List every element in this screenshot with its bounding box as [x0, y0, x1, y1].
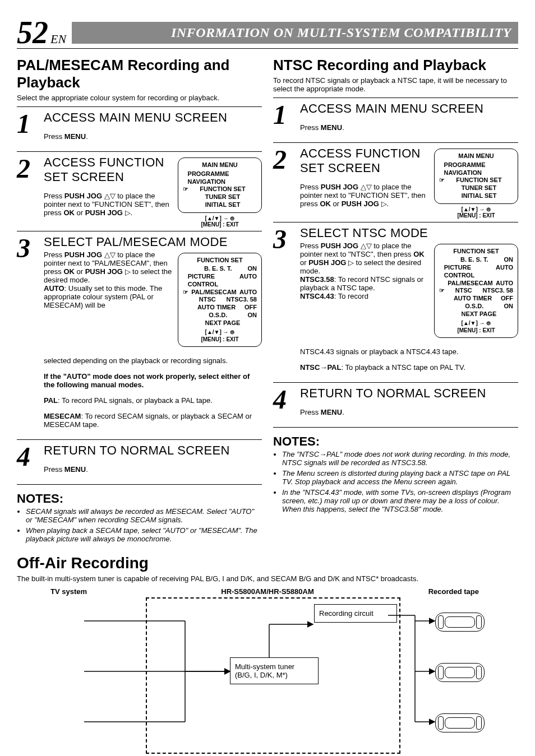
offair-diagram: TV system HR-S5800AM/HR-S5880AM Recorded… [17, 587, 518, 756]
offair-heading: Off-Air Recording [17, 554, 518, 572]
step-1: 1 ACCESS MAIN MENU SCREEN Press MENU. [273, 98, 518, 139]
step-text-n443b: NTSC4.43 signals or playback a NTSC4.43 … [300, 347, 518, 356]
ntsc-lead: To record NTSC signals or playback a NTS… [273, 76, 518, 93]
pointer-icon: ☞ [183, 289, 188, 296]
step-number: 3 [273, 226, 296, 379]
page-number-group: 52 EN [17, 17, 66, 48]
step-3: 3 SELECT NTSC MODE Press PUSH JOG △▽ to … [273, 222, 518, 379]
note-item: When playing back a SECAM tape, select "… [26, 526, 262, 543]
ntsc-heading: NTSC Recording and Playback [273, 57, 518, 74]
pal-heading: PAL/MESECAM Recording and Playback [17, 57, 262, 91]
step-number: 2 [273, 146, 296, 219]
osd-footer: [▲/▼] → ⊚ [MENU] : EXIT [178, 215, 262, 228]
osd-function-set: FUNCTION SET B. E. S. T.ON PICTURE CONTR… [434, 244, 518, 338]
notes-list: SECAM signals will always be recorded as… [26, 507, 262, 543]
step-text: Press MENU. [300, 123, 518, 132]
step-text: Press PUSH JOG △▽ to place the pointer n… [300, 242, 430, 341]
step-number: 1 [17, 110, 39, 148]
step-title: RETURN TO NORMAL SCREEN [44, 443, 262, 458]
osd-footer: [▲/▼] → ⊚[MENU] : EXIT [434, 206, 518, 219]
step-text: Press MENU. [44, 132, 262, 141]
step-text: Press PUSH JOG △▽ to place the pointer n… [44, 192, 173, 217]
step-2: 2 ACCESS FUNCTION SET SCREEN Press PUSH … [17, 151, 262, 228]
step-4: 4 RETURN TO NORMAL SCREEN Press MENU. [17, 439, 262, 481]
pal-lead: Select the appropriate colour system for… [17, 94, 262, 102]
step-text-tail: selected depending on the playback or re… [44, 356, 262, 365]
page-number: 52 [17, 17, 48, 48]
step-text-mesecam: MESECAM: To record SECAM signals, or pla… [44, 412, 262, 429]
offair-lead: The built-in multi-system tuner is capab… [17, 574, 518, 583]
note-item: In the "NTSC4.43" mode, with some TVs, o… [282, 488, 518, 513]
step-number: 3 [17, 235, 39, 437]
step-number: 1 [273, 101, 296, 139]
note-item: The "NTSC→PAL" mode does not work during… [282, 450, 518, 467]
osd-function-set: FUNCTION SET B. E. S. T.ON PICTURE CONTR… [178, 253, 262, 347]
step-text: Press PUSH JOG △▽ to place the pointer n… [300, 183, 430, 208]
osd-main-menu: MAIN MENU PROGRAMME NAVIGATION ☞FUNCTION… [434, 149, 518, 204]
section-banner: INFORMATION ON MULTI-SYSTEM COMPATIBILIT… [72, 22, 518, 44]
page-lang: EN [50, 32, 66, 47]
notes-heading: NOTES: [17, 491, 262, 506]
notes-heading: NOTES: [273, 434, 518, 449]
page-header: 52 EN INFORMATION ON MULTI-SYSTEM COMPAT… [17, 17, 518, 49]
step-title: SELECT NTSC MODE [300, 226, 518, 240]
step-2: 2 ACCESS FUNCTION SET SCREEN Press PUSH … [273, 142, 518, 219]
pointer-icon: ☞ [439, 177, 445, 184]
pointer-icon: ☞ [439, 287, 445, 295]
right-column: NTSC Recording and Playback To record NT… [273, 53, 518, 545]
step-number: 2 [17, 155, 39, 228]
step-text: Press MENU. [300, 408, 518, 416]
step-text: Press MENU. [44, 465, 262, 474]
step-title: RETURN TO NORMAL SCREEN [300, 386, 518, 401]
step-title: SELECT PAL/MESECAM MODE [44, 235, 262, 249]
notes-list: The "NTSC→PAL" mode does not work during… [282, 450, 518, 513]
step-text-warn: If the "AUTO" mode does not work properl… [44, 372, 262, 389]
step-text: Press PUSH JOG △▽ to place the pointer n… [44, 251, 173, 350]
step-3: 3 SELECT PAL/MESECAM MODE Press PUSH JOG… [17, 231, 262, 437]
diagram-arrows [17, 587, 518, 756]
step-1: 1 ACCESS MAIN MENU SCREEN Press MENU. [17, 106, 262, 148]
step-text-ntscpal: NTSC→PAL: To playback a NTSC tape on PAL… [300, 363, 518, 372]
pointer-icon: ☞ [183, 185, 188, 193]
step-title: ACCESS FUNCTION SET SCREEN [300, 146, 430, 175]
step-4: 4 RETURN TO NORMAL SCREEN Press MENU. [273, 382, 518, 424]
osd-main-menu: MAIN MENU PROGRAMME NAVIGATION ☞FUNCTION… [178, 157, 262, 213]
step-title: ACCESS MAIN MENU SCREEN [300, 101, 518, 116]
step-text-pal: PAL: To record PAL signals, or playback … [44, 396, 262, 405]
step-title: ACCESS FUNCTION SET SCREEN [44, 155, 173, 184]
step-number: 4 [17, 443, 39, 481]
step-number: 4 [273, 386, 296, 424]
step-title: ACCESS MAIN MENU SCREEN [44, 110, 262, 125]
note-item: SECAM signals will always be recorded as… [26, 507, 262, 524]
note-item: The Menu screen is distorted during play… [282, 469, 518, 486]
left-column: PAL/MESECAM Recording and Playback Selec… [17, 53, 262, 545]
